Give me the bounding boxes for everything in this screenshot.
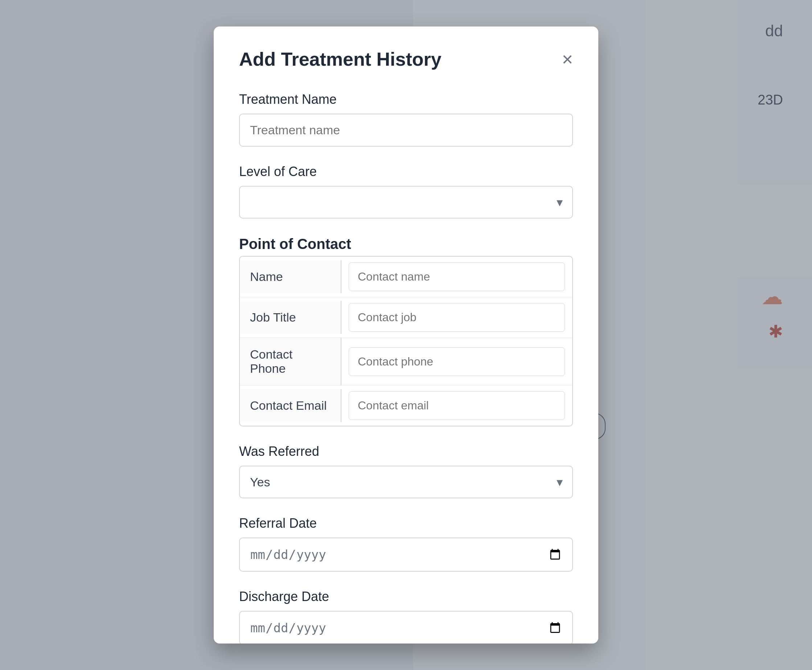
level-of-care-wrapper: Residential Partial Hospitalization Inte… [239,186,573,218]
poc-jobtitle-row: Job Title [240,297,572,338]
poc-jobtitle-label: Job Title [240,301,341,334]
poc-phone-input-wrap [341,342,572,382]
contact-phone-input[interactable] [349,347,565,376]
referral-date-input[interactable] [239,538,573,572]
treatment-name-label: Treatment Name [239,92,573,107]
poc-name-row: Name [240,257,572,297]
modal-header: Add Treatment History × [239,48,573,70]
poc-jobtitle-input-wrap [341,297,572,338]
contact-email-input[interactable] [349,391,565,420]
treatment-name-input[interactable] [239,113,573,147]
poc-name-input-wrap [341,257,572,297]
poc-name-label: Name [240,260,341,293]
discharge-date-input[interactable] [239,611,573,643]
level-of-care-select[interactable]: Residential Partial Hospitalization Inte… [239,186,573,218]
was-referred-wrapper: Yes No ▾ [239,466,573,498]
poc-table: Name Job Title Contact Phone [239,256,573,426]
poc-email-label: Contact Email [240,389,341,422]
contact-name-input[interactable] [349,262,565,291]
poc-phone-label: Contact Phone [240,338,341,385]
treatment-name-group: Treatment Name [239,92,573,147]
poc-phone-row: Contact Phone [240,338,572,386]
discharge-date-group: Discharge Date [239,589,573,643]
poc-section-title: Point of Contact [239,236,573,252]
poc-email-input-wrap [341,386,572,426]
modal-close-button[interactable]: × [562,50,573,69]
poc-group: Point of Contact Name Job Title Contact … [239,236,573,426]
was-referred-select[interactable]: Yes No [239,466,573,498]
add-treatment-modal: Add Treatment History × Treatment Name L… [214,27,598,643]
referral-date-group: Referral Date [239,516,573,572]
modal-title: Add Treatment History [239,48,442,70]
level-of-care-group: Level of Care Residential Partial Hospit… [239,164,573,218]
referral-date-label: Referral Date [239,516,573,531]
level-of-care-label: Level of Care [239,164,573,179]
discharge-date-label: Discharge Date [239,589,573,604]
was-referred-group: Was Referred Yes No ▾ [239,444,573,498]
contact-job-input[interactable] [349,303,565,332]
modal-overlay: Add Treatment History × Treatment Name L… [0,0,812,670]
poc-email-row: Contact Email [240,386,572,426]
was-referred-label: Was Referred [239,444,573,459]
